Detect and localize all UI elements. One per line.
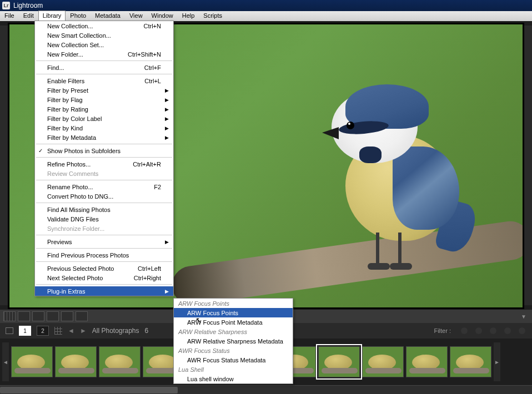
menu-item[interactable]: Validate DNG Files [35,214,173,224]
menu-item[interactable]: Previews▶ [35,237,173,246]
menu-item[interactable]: Next Selected PhotoCtrl+Right [35,273,173,282]
menu-item[interactable]: New Smart Collection... [35,31,173,40]
check-icon: ✓ [38,148,43,154]
menu-item[interactable]: Filter by Flag▶ [35,95,173,104]
source-label[interactable]: All Photographs [92,327,139,335]
sort-button[interactable] [76,311,88,321]
menu-item-label: Convert Photo to DNG... [47,193,161,200]
left-panel-rail[interactable] [0,26,8,305]
menu-separator [36,60,172,61]
loupe-view-button[interactable] [18,311,30,321]
menu-separator [36,284,172,285]
filter-flag-dot[interactable] [461,327,468,334]
menu-item-shortcut: Ctrl+Shift+N [128,51,161,58]
menu-window[interactable]: Window [147,11,178,21]
menu-item[interactable]: Filter by Preset▶ [35,85,173,95]
submenu-arrow-icon: ▶ [165,289,169,294]
menu-item[interactable]: Find Previous Process Photos [35,250,173,260]
menu-separator [36,74,172,74]
app-title: Lightroom [13,2,43,9]
plugin-extras-submenu: ARW Focus PointsARW Focus PointsARW Focu… [173,298,293,384]
filter-flag-dot[interactable] [504,327,511,334]
menu-item[interactable]: Refine Photos...Ctrl+Alt+R [35,159,173,169]
menu-item[interactable]: Filter by Metadata▶ [35,133,173,142]
scrollbar-thumb[interactable] [0,387,178,393]
menu-item[interactable]: Find All Missing Photos [35,205,173,214]
menu-help[interactable]: Help [178,11,199,21]
menu-item[interactable]: New Folder...Ctrl+Shift+N [35,49,173,59]
thumbnail[interactable] [99,346,140,377]
library-menu: New Collection...Ctrl+NNew Smart Collect… [34,21,174,296]
menubar: FileEditLibraryPhotoMetadataViewWindowHe… [0,11,532,21]
filmstrip-scroll-right[interactable]: ► [494,342,500,381]
filter-flag-dot[interactable] [519,327,525,334]
menu-item[interactable]: Convert Photo to DNG... [35,191,173,201]
submenu-arrow-icon: ▶ [165,97,169,103]
grid-icon[interactable] [54,327,62,335]
submenu-item[interactable]: AWR Focus Status Metadata [174,355,293,365]
menu-item[interactable]: Find...Ctrl+F [35,63,173,72]
menu-item-label: Plug-in Extras [47,288,161,295]
submenu-item[interactable]: ARW Relative Sharpness Metadata [174,336,293,346]
submenu-group-header: ARW Relative Sharpness [174,327,293,336]
menu-item[interactable]: ✓Show Photos in Subfolders [35,146,173,155]
compare-view-button[interactable] [32,311,44,321]
main-window-button[interactable]: 1 [19,326,31,336]
menu-item-label: Previous Selected Photo [47,265,138,272]
menu-item[interactable]: Filter by Kind▶ [35,123,173,133]
menu-item[interactable]: New Collection Set... [35,40,173,49]
menu-item-shortcut: Ctrl+L [144,78,161,84]
menu-item[interactable]: Filter by Color Label▶ [35,114,173,123]
menu-separator [36,144,172,144]
thumbnail[interactable] [318,346,360,377]
filter-flag-dot[interactable] [490,327,496,334]
menu-item[interactable]: Plug-in Extras▶ [35,286,173,296]
survey-view-button[interactable] [47,311,59,321]
toolbar-options-chevron-icon[interactable]: ▼ [521,314,526,320]
menu-library[interactable]: Library [38,11,66,21]
menu-item[interactable]: New Collection...Ctrl+N [35,21,173,31]
thumbnail[interactable] [450,346,491,377]
thumbnail[interactable] [406,346,448,377]
grid-view-button[interactable] [3,311,16,321]
right-panel-rail[interactable] [524,26,532,305]
thumbnail[interactable] [362,346,404,377]
menu-item-shortcut: Ctrl+Left [138,265,161,272]
menu-item[interactable]: Filter by Rating▶ [35,104,173,114]
photo-count: 6 [145,327,149,335]
submenu-item[interactable]: ARW Focus Point Metadata [174,317,293,327]
menu-edit[interactable]: Edit [19,11,38,21]
menu-item-shortcut: F2 [154,184,161,190]
filmstrip-scroll-left[interactable]: ◄ [2,342,9,381]
menu-item-shortcut: Ctrl+F [144,64,161,71]
menu-item-label: Refine Photos... [47,161,133,168]
menu-item-label: New Folder... [47,51,128,58]
menu-item-label: Next Selected Photo [47,275,134,281]
menu-photo[interactable]: Photo [66,11,91,21]
menu-separator [36,261,172,262]
second-window-button[interactable]: 2 [37,326,49,336]
back-arrow-icon[interactable]: ◄ [68,327,74,335]
submenu-arrow-icon: ▶ [165,116,169,122]
menu-item-label: Review Comments [47,170,161,177]
menu-item[interactable]: Enable FiltersCtrl+L [35,76,173,85]
submenu-item[interactable]: ARW Focus Points [174,308,293,317]
thumbnail[interactable] [11,346,53,377]
submenu-arrow-icon: ▶ [165,88,169,93]
people-view-button[interactable] [61,311,73,321]
menu-scripts[interactable]: Scripts [199,11,227,21]
menu-item[interactable]: Previous Selected PhotoCtrl+Left [35,264,173,273]
menu-item-label: New Smart Collection... [47,32,161,39]
submenu-item[interactable]: Lua shell window [174,374,293,383]
thumbnail[interactable] [55,346,97,377]
filmstrip-scrollbar[interactable] [0,385,532,394]
menu-item-label: Find... [47,64,144,71]
menu-view[interactable]: View [125,11,147,21]
secondary-monitor-icon[interactable] [6,327,13,334]
menu-file[interactable]: File [0,11,19,21]
forward-arrow-icon[interactable]: ► [80,327,87,335]
menu-item[interactable]: Rename Photo...F2 [35,182,173,191]
filter-flag-dot[interactable] [475,327,482,334]
menu-metadata[interactable]: Metadata [91,11,125,21]
menu-item: Review Comments [35,169,173,178]
